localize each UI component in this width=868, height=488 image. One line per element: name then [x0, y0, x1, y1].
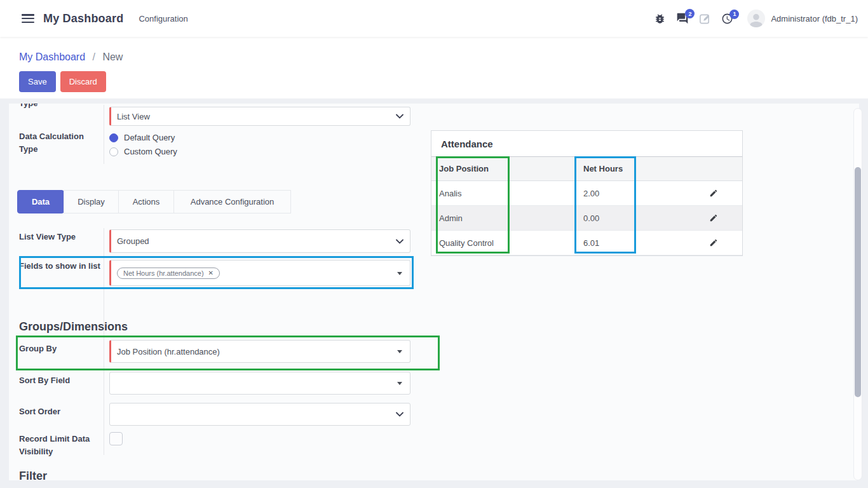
sort-order-select[interactable] — [109, 403, 410, 426]
bug-icon[interactable] — [654, 13, 666, 25]
discard-button[interactable]: Discard — [60, 71, 106, 92]
breadcrumb: My Dashboard / New — [19, 51, 849, 63]
tab-data[interactable]: Data — [17, 190, 64, 214]
activity-clock-icon[interactable]: 1 — [721, 13, 733, 25]
sort-order-label: Sort Order — [19, 405, 60, 418]
form-sheet: Type List View Data Calculation Type Def… — [9, 104, 859, 480]
sort-by-field-label: Sort By Field — [19, 374, 70, 387]
tab-actions[interactable]: Actions — [118, 190, 174, 214]
data-calculation-type-label: Data Calculation Type — [19, 130, 98, 156]
compose-icon[interactable] — [699, 13, 711, 25]
row-edit-pencil-icon[interactable] — [709, 214, 718, 222]
top-navbar: My Dashboard Configuration 2 1 Administr… — [0, 0, 868, 37]
table-row: Admin 0.00 — [431, 206, 742, 231]
breadcrumb-current: New — [102, 51, 123, 62]
attendance-preview-card: Attendance Job Position Net Hours Analis… — [431, 130, 743, 256]
control-panel: My Dashboard / New Save Discard — [0, 37, 868, 98]
caret-down-icon — [397, 382, 402, 385]
cell-job-position: Quality Control — [431, 238, 575, 248]
caret-down-icon — [397, 350, 402, 353]
cell-net-hours: 0.00 — [575, 214, 651, 223]
chevron-down-icon — [396, 412, 403, 417]
app-title: My Dashboard — [43, 12, 123, 25]
group-by-value: Job Position (hr.attendance) — [117, 347, 220, 356]
fields-to-show-label: Fields to show in list — [19, 260, 100, 273]
column-header-job-position[interactable]: Job Position — [431, 164, 575, 173]
cell-net-hours: 2.00 — [575, 189, 651, 198]
preview-title: Attendance — [431, 131, 742, 156]
list-view-type-label: List View Type — [19, 231, 76, 243]
radio-default-query[interactable]: Default Query — [109, 133, 175, 142]
cell-job-position: Analis — [431, 189, 575, 198]
messages-badge: 2 — [685, 9, 695, 18]
tab-advance-configuration[interactable]: Advance Configuration — [173, 190, 291, 214]
field-tag-label: Net Hours (hr.attendance) — [123, 269, 204, 277]
cell-job-position: Admin — [431, 214, 575, 223]
tab-display[interactable]: Display — [64, 190, 119, 214]
row-edit-pencil-icon[interactable] — [709, 189, 718, 198]
type-select-value: List View — [117, 112, 150, 121]
radio-custom-query-label: Custom Query — [124, 147, 177, 156]
vertical-scrollbar-track[interactable] — [853, 108, 862, 480]
user-menu[interactable]: Administrator (fdb_tr_1) — [771, 14, 858, 24]
caret-down-icon — [397, 272, 402, 275]
radio-selected-icon[interactable] — [109, 133, 118, 142]
vertical-scrollbar-thumb[interactable] — [855, 167, 861, 397]
user-avatar[interactable] — [747, 10, 765, 27]
breadcrumb-parent-link[interactable]: My Dashboard — [19, 51, 85, 62]
tag-remove-icon[interactable]: ✕ — [208, 269, 214, 276]
messages-icon[interactable]: 2 — [676, 12, 689, 25]
cell-net-hours: 6.01 — [575, 238, 651, 248]
table-row: Analis 2.00 — [431, 181, 742, 206]
label-field-separator — [104, 105, 104, 164]
sort-by-field-select[interactable] — [109, 372, 410, 395]
control-panel-buttons: Save Discard — [19, 71, 849, 92]
activity-badge: 1 — [729, 10, 739, 19]
nav-menu-configuration[interactable]: Configuration — [139, 14, 187, 24]
preview-header-row: Job Position Net Hours — [431, 156, 742, 181]
fields-to-show-multiselect[interactable]: Net Hours (hr.attendance) ✕ — [109, 260, 410, 286]
group-by-select[interactable]: Job Position (hr.attendance) — [109, 340, 410, 363]
radio-custom-query[interactable]: Custom Query — [109, 147, 177, 156]
groups-dimensions-heading: Groups/Dimensions — [19, 320, 128, 334]
save-button[interactable]: Save — [19, 71, 56, 92]
row-edit-pencil-icon[interactable] — [709, 238, 718, 247]
radio-unselected-icon[interactable] — [109, 147, 118, 156]
table-row: Quality Control 6.01 — [431, 231, 742, 255]
record-limit-checkbox[interactable] — [109, 432, 123, 445]
hamburger-menu-icon[interactable] — [22, 14, 34, 23]
chevron-down-icon — [396, 239, 403, 244]
filter-heading: Filter — [19, 470, 47, 480]
navbar-right: 2 1 Administrator (fdb_tr_1) — [644, 10, 858, 27]
label-field-separator — [104, 228, 104, 455]
breadcrumb-separator: / — [93, 51, 95, 62]
type-select[interactable]: List View — [109, 107, 410, 126]
list-view-type-select[interactable]: Grouped — [109, 229, 410, 253]
column-header-net-hours[interactable]: Net Hours — [575, 164, 651, 173]
list-view-type-value: Grouped — [117, 236, 149, 246]
radio-default-query-label: Default Query — [124, 133, 175, 142]
field-tag: Net Hours (hr.attendance) ✕ — [117, 268, 220, 279]
group-by-label: Group By — [19, 342, 57, 355]
form-tabs: Data Display Actions Advance Configurati… — [17, 190, 291, 214]
chevron-down-icon — [396, 114, 403, 119]
record-limit-label: Record Limit Data Visibility — [19, 433, 102, 458]
type-label: Type — [19, 104, 37, 110]
